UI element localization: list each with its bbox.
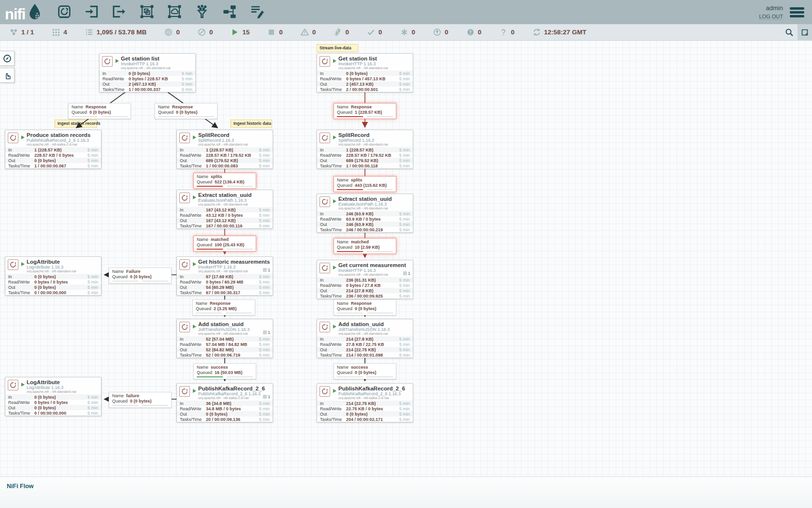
- connection-label[interactable]: Namefailure Queued0 (0 bytes): [109, 392, 172, 408]
- connection-label[interactable]: Namematched Queued100 (25.43 KB): [193, 236, 256, 252]
- connection-relationship: Response: [86, 105, 106, 109]
- stopped-count: 0: [267, 28, 283, 36]
- threads-mini-icon: [263, 268, 268, 272]
- locally-modified-stale-count: 0: [466, 28, 482, 36]
- processor-stats: In214 (22.75 KB)5 min Read/Write22.75 KB…: [317, 401, 413, 422]
- processor[interactable]: Extract station_uuid EvaluateJsonPath 1.…: [317, 194, 413, 233]
- backpressure-bars: [197, 249, 253, 250]
- drag-label-icon[interactable]: [249, 4, 266, 20]
- processor[interactable]: Get station list InvokeHTTP 1.16.3 org.a…: [317, 53, 413, 92]
- logout-link[interactable]: LOG OUT: [759, 14, 783, 20]
- connection-queued: 522 (136.4 KB): [215, 179, 245, 184]
- running-status-icon: [193, 325, 196, 329]
- processor[interactable]: SplitRecord SplitRecord 1.16.3 org.apach…: [176, 130, 273, 169]
- connection-label[interactable]: NameFailure Queued0 (0 bytes): [109, 268, 172, 284]
- processor[interactable]: PublishKafkaRecord_2_6 PublishKafkaRecor…: [317, 383, 413, 422]
- processor-type: SplitRecord 1.16.3: [198, 138, 248, 143]
- canvas-label[interactable]: Ingest historic data: [231, 120, 272, 128]
- compass-icon: [3, 54, 12, 63]
- processor-stamp-icon: [8, 380, 18, 390]
- processor-bundle: org.apache.nifi - nifi-standard-nar: [198, 143, 248, 146]
- flow-canvas[interactable]: Stream live-data Ingest station records …: [0, 41, 812, 477]
- running-status-icon: [193, 389, 196, 393]
- processor-stats: In0 (0 bytes)5 min Read/Write0 bytes / 4…: [317, 71, 413, 92]
- birdseye-toggle-button[interactable]: [798, 24, 812, 40]
- processor-type: InvokeHTTP 1.16.3: [198, 265, 270, 269]
- drag-processor-icon[interactable]: [57, 4, 73, 20]
- processor[interactable]: LogAttribute LogAttribute 1.16.3 org.apa…: [5, 256, 102, 296]
- processor-type: PublishKafkaRecord_2_6 1.16.3: [198, 391, 265, 396]
- backpressure-bars: [158, 116, 214, 117]
- connection-label[interactable]: NameResponse Queued2 (3.25 MB): [192, 299, 255, 315]
- connection-label[interactable]: NameResponse Queued0 (0 bytes): [155, 103, 218, 119]
- connection-label[interactable]: Namematched Queued10 (2.59 KB): [334, 238, 396, 254]
- processor-stamp-icon: [319, 263, 330, 273]
- connection-label[interactable]: NameResponse Queued0 (0 bytes): [68, 103, 131, 119]
- running-status-icon: [21, 262, 25, 266]
- processor-bundle: org.apache.nifi - nifi-kafka-2-6-nar: [338, 396, 405, 400]
- processor-type: InvokeHTTP 1.16.3: [338, 61, 388, 66]
- connection-queued: 0 (0 bytes): [89, 110, 111, 115]
- processor[interactable]: LogAttribute LogAttribute 1.16.3 org.apa…: [5, 377, 102, 416]
- processor[interactable]: Produce station records PublishKafkaReco…: [5, 130, 102, 169]
- processor[interactable]: Extract station_uuid EvaluateJsonPath 1.…: [176, 190, 273, 229]
- processor-name: Extract station_uuid: [338, 196, 392, 202]
- processor-stamp-icon: [179, 386, 190, 397]
- backpressure-bars: [197, 376, 253, 377]
- running-status-icon: [333, 59, 336, 63]
- footer-bar: NiFi Flow: [0, 477, 812, 508]
- connection-label[interactable]: Namesplits Queued522 (136.4 KB): [193, 173, 256, 189]
- processor-stamp-icon: [319, 322, 330, 332]
- canvas-label[interactable]: Ingest station records: [55, 120, 97, 128]
- drag-input-port-icon[interactable]: [84, 4, 101, 20]
- connection-relationship: splits: [211, 174, 222, 179]
- processor[interactable]: Get station list InvokeHTTP 1.16.3 org.a…: [99, 53, 196, 92]
- processor[interactable]: Get historic measurements InvokeHTTP 1.1…: [176, 256, 273, 296]
- processor-bundle: org.apache.nifi - nifi-standard-nar: [338, 143, 388, 146]
- nifi-logo-text: nifi: [5, 8, 26, 21]
- status-bar: 1 / 1 4 1,095 / 53.78 MB 0 0 15 0 0 0: [0, 24, 812, 41]
- locally-modified-count: 0: [400, 28, 416, 36]
- running-status-icon: [116, 59, 119, 63]
- processor-name: Add station_uuid: [338, 321, 390, 327]
- processor[interactable]: PublishKafkaRecord_2_6 PublishKafkaRecor…: [176, 383, 273, 422]
- connection-queued: 2 (3.25 MB): [214, 306, 237, 311]
- search-button[interactable]: [781, 24, 798, 40]
- connection-label[interactable]: Namesplits Queued443 (115.62 KB): [334, 176, 396, 192]
- canvas-label[interactable]: Stream live-data: [317, 44, 358, 52]
- processor-bundle: org.apache.nifi - nifi-standard-nar: [198, 203, 252, 206]
- running-status-icon: [333, 325, 336, 329]
- processor-name: PublishKafkaRecord_2_6: [198, 386, 265, 391]
- connection-label[interactable]: NameResponse Queued1 (228.57 KB): [334, 103, 396, 119]
- processor-name: Get station list: [121, 56, 171, 61]
- processor-bundle: org.apache.nifi - nifi-standard-nar: [198, 332, 249, 335]
- drag-remote-process-group-icon[interactable]: [167, 4, 183, 20]
- drag-template-icon[interactable]: [222, 4, 238, 20]
- breadcrumb[interactable]: NiFi Flow: [7, 483, 34, 490]
- processor[interactable]: Get current measurement InvokeHTTP 1.16.…: [317, 260, 413, 299]
- backpressure-bars: [112, 405, 168, 406]
- processor[interactable]: Add station_uuid JoltTransformJSON 1.16.…: [176, 319, 273, 358]
- threads-mini-icon: [263, 330, 268, 334]
- connection-relationship: splits: [351, 178, 362, 182]
- connection-label[interactable]: NameResponse Queued0 (0 bytes): [334, 299, 396, 315]
- drag-process-group-icon[interactable]: [139, 4, 156, 20]
- processor[interactable]: SplitRecord SplitRecord 1.16.3 org.apach…: [317, 130, 413, 169]
- connection-relationship: Failure: [126, 269, 141, 274]
- global-menu-icon[interactable]: [790, 6, 804, 19]
- processor-stats: In214 (27.8 KB)5 min Read/Write27.8 KB /…: [317, 336, 413, 358]
- backpressure-bars: [112, 281, 168, 282]
- processor-stamp-icon: [102, 56, 113, 67]
- navigate-palette-button[interactable]: [0, 51, 14, 66]
- thread-badge: 1: [263, 268, 270, 272]
- running-status-icon: [193, 135, 196, 139]
- operate-palette-button[interactable]: [0, 68, 14, 83]
- drag-funnel-icon[interactable]: [194, 4, 211, 20]
- active-threads-count: 4: [52, 28, 67, 36]
- connection-label[interactable]: Namesuccess Queued16 (50.03 MB): [193, 363, 256, 379]
- connection-label[interactable]: Namesuccess Queued0 (0 bytes): [334, 363, 396, 379]
- processor[interactable]: Add station_uuid JoltTransformJSON 1.16.…: [317, 319, 413, 358]
- processor-stamp-icon: [319, 196, 330, 207]
- processor-type: SplitRecord 1.16.3: [338, 138, 388, 143]
- drag-output-port-icon[interactable]: [112, 4, 128, 20]
